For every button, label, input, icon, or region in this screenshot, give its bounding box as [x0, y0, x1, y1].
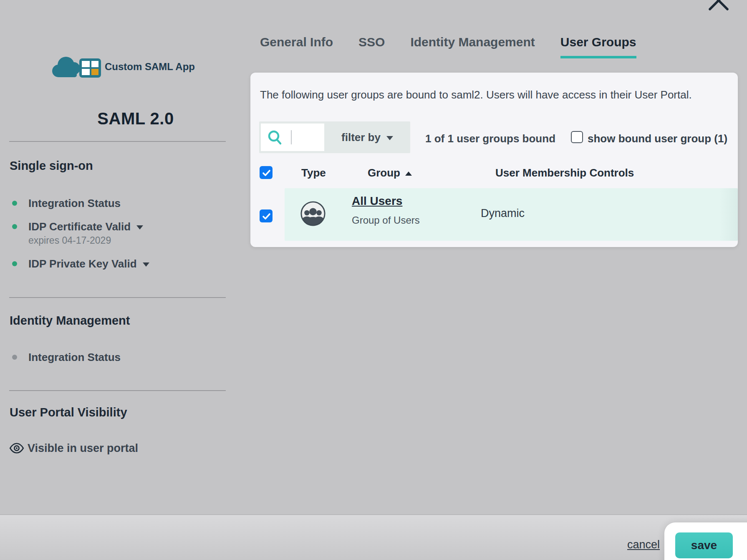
group-column-label: Group [368, 166, 400, 179]
sidebar-section-identity-management: Identity Management [10, 314, 130, 328]
group-name-link[interactable]: All Users [352, 194, 402, 208]
tab-user-groups[interactable]: User Groups [560, 35, 636, 58]
sort-asc-icon [405, 172, 412, 176]
status-dot-green [12, 261, 17, 266]
search-icon [267, 129, 283, 146]
show-bound-checkbox[interactable] [571, 131, 583, 143]
show-bound-label: show bound user group (1) [588, 132, 727, 145]
saml-app-modal: General Info SSO Identity Management Use… [0, 0, 747, 560]
app-logo-label: Custom SAML App [105, 61, 195, 73]
column-header-user-membership-controls: User Membership Controls [495, 166, 634, 179]
user-groups-panel: The following user groups are bound to s… [250, 73, 738, 247]
status-dot-gray [12, 355, 17, 360]
tab-bar: General Info SSO Identity Management Use… [260, 35, 636, 58]
caret-down-icon [386, 136, 393, 140]
app-protocol-title: SAML 2.0 [63, 109, 209, 128]
caret-down-icon[interactable] [136, 225, 143, 230]
sidebar-item-visible-in-user-portal: Visible in user portal [28, 442, 138, 455]
idp-certificate-valid-label: IDP Certificate Valid [28, 220, 131, 233]
filter-by-dropdown[interactable]: filter by [324, 121, 410, 153]
group-avatar-icon [300, 201, 326, 227]
save-button[interactable]: save [675, 532, 733, 558]
caret-down-icon[interactable] [143, 262, 149, 267]
close-icon[interactable] [707, 0, 731, 13]
panel-description: The following user groups are bound to s… [260, 88, 692, 101]
cancel-button[interactable]: cancel [627, 538, 660, 551]
column-header-type: Type [301, 166, 326, 179]
status-dot-green [12, 201, 17, 206]
row-checkbox[interactable] [260, 209, 273, 222]
search-input[interactable] [286, 127, 323, 149]
tab-sso[interactable]: SSO [358, 35, 385, 58]
search-box[interactable] [261, 124, 324, 151]
sidebar-item-idp-certificate-valid[interactable]: IDP Certificate Valid [28, 220, 143, 233]
tab-identity-management[interactable]: Identity Management [410, 35, 535, 58]
sidebar-item-idp-private-key-valid[interactable]: IDP Private Key Valid [28, 257, 149, 270]
sidebar-section-user-portal-visibility: User Portal Visibility [10, 406, 127, 419]
footer-bar [0, 515, 747, 560]
sidebar-divider [9, 297, 226, 298]
eye-icon [9, 442, 24, 454]
sidebar-item-im-integration-status[interactable]: Integration Status [28, 351, 121, 364]
group-subtype: Group of Users [352, 214, 420, 226]
sidebar-divider [9, 390, 226, 391]
search-filter-bar: filter by [259, 121, 410, 153]
sidebar-item-sso-integration-status[interactable]: Integration Status [28, 197, 121, 210]
column-header-group[interactable]: Group [368, 166, 412, 179]
idp-private-key-valid-label: IDP Private Key Valid [28, 257, 137, 270]
bound-groups-summary: 1 of 1 user groups bound [425, 132, 555, 145]
tab-general-info[interactable]: General Info [260, 35, 333, 58]
sidebar-divider [9, 141, 226, 142]
check-icon [261, 168, 271, 178]
cloud-grid-logo-icon [48, 53, 103, 79]
certificate-expiry-text: expires 04-17-2029 [28, 235, 111, 246]
membership-control-value: Dynamic [481, 207, 525, 220]
status-dot-green [12, 224, 17, 229]
sidebar-section-single-sign-on: Single sign-on [10, 159, 93, 173]
filter-by-label: filter by [341, 131, 381, 144]
check-icon [261, 211, 271, 221]
select-all-checkbox[interactable] [260, 166, 273, 179]
